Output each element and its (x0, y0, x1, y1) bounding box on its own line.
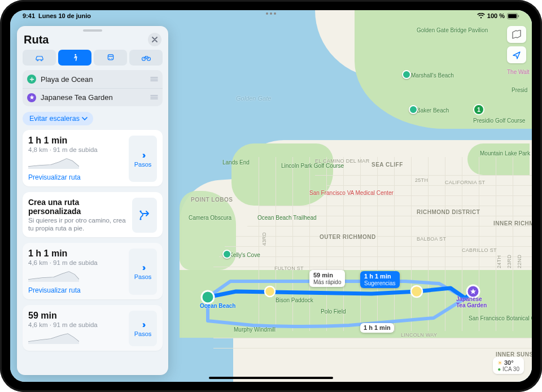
poi-presid: Presid (512, 87, 527, 93)
stop-origin-row[interactable]: Playa de Ocean (23, 70, 163, 88)
weather-temp: 30° (504, 359, 514, 366)
svg-rect-10 (108, 55, 113, 60)
poi-bison: Bison Paddock (276, 297, 313, 303)
preview-route-link[interactable]: Previsualizar ruta (28, 173, 81, 181)
street-22nd: 22ND (517, 255, 522, 268)
mode-cycling[interactable] (129, 50, 163, 66)
district-outer-richmond: OUTER RICHMOND (320, 234, 376, 240)
route-1-meta: 4,6 km · 91 m de subida (28, 259, 124, 266)
street-24th: 24TH (496, 255, 502, 268)
destination-icon (27, 93, 36, 102)
poi-pin-baker[interactable] (409, 105, 418, 114)
street-balboa: BALBOA ST (417, 236, 446, 242)
poi-pin-kellys[interactable] (222, 250, 231, 259)
svg-text:1: 1 (477, 106, 480, 113)
steps-button[interactable]: ›› Pasos (129, 311, 157, 346)
reorder-handle-icon[interactable] (150, 93, 158, 102)
home-indicator[interactable] (209, 377, 333, 379)
street-california: CALIFORNIA ST (445, 180, 485, 185)
poi-va-medical: San Francisco VA Medical Center (309, 190, 370, 196)
close-button[interactable] (148, 33, 161, 46)
screen: 9:41 Lunes 10 de junio 100 % (10, 10, 532, 382)
poi-polo: Polo Field (321, 308, 346, 315)
poi-botanical: San Francisco Botanical Garden (469, 315, 519, 321)
mode-driving[interactable] (23, 50, 56, 66)
steps-button[interactable]: ›› Pasos (129, 249, 157, 295)
svg-point-16 (139, 218, 141, 220)
route-1-duration: 1 h 1 min (28, 249, 124, 259)
transit-icon (106, 54, 116, 62)
steps-button[interactable]: ›› Pasos (129, 136, 157, 182)
walk-icon (70, 54, 80, 62)
custom-route-desc: Si quieres ir por otro camino, crea tu p… (28, 216, 128, 233)
battery-icon (507, 13, 519, 19)
route-badge-suggested[interactable]: 1 h 1 min Sugerencias (360, 271, 400, 288)
elevation-chart-icon (28, 330, 79, 344)
mode-transit[interactable] (94, 50, 127, 66)
panel-grabber[interactable] (83, 29, 102, 32)
svg-point-11 (109, 58, 110, 59)
weather-aqi: ICA 30 (502, 366, 519, 372)
chevrons-right-icon: ›› (142, 263, 144, 273)
route-2-meta: 4,6 km · 91 m de subida (28, 321, 124, 328)
poi-gg-pavilion: Golden Gate Bridge Pavilion (417, 27, 488, 33)
elevation-chart-icon (28, 155, 79, 169)
route-badge-suggested-sub: Sugerencias (364, 280, 396, 287)
poi-ob-trailhead: Ocean Beach Trailhead (257, 215, 298, 221)
svg-point-15 (31, 79, 33, 80)
mode-walking[interactable] (58, 50, 91, 66)
panel-title: Ruta (24, 33, 148, 46)
poi-walt: The Walt (507, 69, 530, 75)
directions-panel: Ruta (17, 26, 168, 375)
route-0-duration: 1 h 1 min (28, 136, 124, 146)
poi-pin-marshalls[interactable] (402, 70, 411, 79)
stop-origin-name: Playa de Ocean (41, 75, 146, 84)
route-shield-icon: 1 (473, 104, 484, 115)
stop-destination-row[interactable]: Japanese Tea Garden (23, 88, 163, 106)
stop-destination-name: Japanese Tea Garden (41, 93, 146, 102)
district-seacliff: SEA CLIFF (371, 162, 403, 168)
custom-route-card[interactable]: Crea una ruta personalizada Si quieres i… (23, 192, 163, 237)
destination-poi-label: Japanese Tea Garden (456, 296, 487, 308)
status-date: Lunes 10 de junio (38, 12, 91, 19)
chevrons-right-icon: ›› (142, 150, 144, 160)
street-23rd: 23RD (506, 255, 512, 268)
street-camino: EL CAMINO DEL MAR (315, 158, 369, 164)
multitask-indicator[interactable] (266, 12, 276, 15)
locate-me-button[interactable] (507, 46, 526, 63)
custom-route-title: Crea una ruta personalizada (28, 198, 128, 216)
poi-lands-end: Lands End (222, 159, 250, 165)
route-list[interactable]: 1 h 1 min 4,8 km · 91 m de subida Previs… (17, 130, 168, 375)
poi-baker: Baker Beach (417, 107, 449, 114)
street-lincoln: LINCOLN WAY (401, 332, 437, 338)
route-badge-fastest[interactable]: 59 min Más rápido (309, 270, 345, 287)
device-frame: 9:41 Lunes 10 de junio 100 % (0, 0, 542, 392)
route-card-0[interactable]: 1 h 1 min 4,8 km · 91 m de subida Previs… (23, 130, 163, 186)
route-badge-suggested-time: 1 h 1 min (364, 273, 396, 280)
poi-point-lobos: Point Lobos (191, 197, 233, 203)
elevation-chart-icon (28, 268, 79, 282)
svg-point-17 (139, 210, 141, 212)
status-time: 9:41 (23, 12, 35, 19)
weather-chip[interactable]: ☀︎ 30° ● ICA 30 (493, 357, 524, 374)
map-mode-button[interactable] (507, 26, 526, 43)
avoid-options-label: Evitar escaleras (29, 115, 80, 123)
route-card-2[interactable]: 59 min 4,6 km · 91 m de subida ›› Pasos (23, 305, 163, 351)
street-fulton: FULTON ST (274, 265, 304, 271)
avoid-options-chip[interactable]: Evitar escaleras (23, 112, 93, 125)
route-2-duration: 59 min (28, 311, 124, 321)
route-badge-alt[interactable]: 1 h 1 min (360, 323, 394, 333)
poi-marshalls: Marshall's Beach (411, 72, 454, 79)
custom-route-action[interactable] (132, 198, 157, 233)
route-edit-icon (138, 209, 151, 221)
svg-point-9 (75, 54, 76, 56)
poi-mountain-lake: Mountain Lake Park (480, 150, 530, 156)
district-richmond: RICHMOND DISTRICT (417, 209, 462, 215)
reorder-handle-icon[interactable] (150, 75, 158, 84)
water-label: Golden Gate (236, 95, 271, 102)
route-card-1[interactable]: 1 h 1 min 4,6 km · 91 m de subida Previs… (23, 243, 163, 299)
steps-label: Pasos (134, 273, 152, 280)
bike-icon (141, 54, 151, 62)
preview-route-link[interactable]: Previsualizar ruta (28, 286, 81, 294)
transport-mode-segmented (17, 50, 168, 70)
